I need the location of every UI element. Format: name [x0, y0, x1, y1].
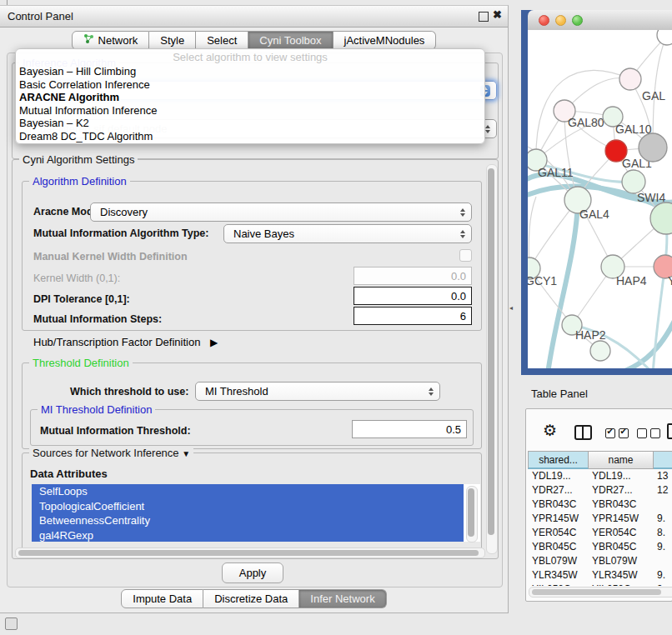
tab-style[interactable]: Style [149, 31, 196, 50]
popup-item[interactable]: Mutual Information Inference [16, 104, 484, 118]
column-header-name[interactable]: name [589, 451, 654, 469]
apply-button[interactable]: Apply [222, 562, 283, 583]
splitter-handle[interactable]: ◂ [509, 304, 513, 312]
settings-vertical-scrollbar[interactable] [486, 164, 498, 554]
float-window-icon[interactable] [479, 12, 489, 22]
gear-icon[interactable]: ⚙ [543, 421, 557, 440]
network-node-gal[interactable] [619, 68, 641, 90]
table-cell: YPR145W [588, 512, 653, 526]
settings-hscrollbar-thumb[interactable] [18, 550, 479, 556]
network-node[interactable] [590, 341, 610, 361]
table-hscrollbar-thumb[interactable] [532, 589, 661, 595]
table-mode-icon[interactable] [667, 423, 672, 439]
columns-icon[interactable] [574, 425, 592, 440]
popup-item[interactable]: ARACNE Algorithm [16, 91, 484, 104]
network-node-label: GAL10 [615, 122, 652, 136]
tab-network[interactable]: Network [72, 31, 150, 50]
data-attributes-list[interactable]: SelfLoopsTopologicalCoefficientBetweenne… [32, 484, 480, 542]
table-row[interactable]: YIL052CYIL052C9. [528, 582, 672, 586]
attribute-item[interactable]: SelfLoops [32, 484, 464, 499]
mi-type-value: Naive Bayes [224, 228, 294, 240]
settings-scrollbar-thumb[interactable] [488, 168, 494, 535]
mi-threshold-field[interactable] [352, 420, 467, 438]
kernel-width-field[interactable] [354, 267, 472, 285]
algorithm-definition-title: Algorithm Definition [29, 175, 130, 188]
minimized-panel-icon[interactable] [5, 618, 18, 630]
kernel-width-label: Kernel Width (0,1): [33, 272, 120, 284]
table-row[interactable]: YBR043CYBR043C [528, 498, 672, 512]
table-row[interactable]: YBR045CYBR045C9. [528, 540, 672, 554]
close-window-icon[interactable] [539, 15, 549, 26]
mi-threshold-group-title: MI Threshold Definition [38, 403, 155, 416]
tab-discretize-data[interactable]: Discretize Data [203, 589, 299, 608]
settings-horizontal-scrollbar[interactable] [15, 548, 485, 558]
table-cell: YDR27... [588, 483, 653, 498]
minimize-window-icon[interactable] [555, 15, 566, 26]
attribute-item[interactable]: BetweennessCentrality [32, 513, 464, 528]
network-canvas[interactable]: GALGAL80GAL10GAL1SWI4GAL11GAL4GCY1HAP4YH… [528, 30, 672, 368]
table-cell: YDL19... [528, 469, 588, 483]
network-node[interactable] [657, 30, 672, 45]
table-cell: YBR043C [528, 498, 588, 512]
tab-impute-data[interactable]: Impute Data [121, 589, 203, 608]
network-edge-thick[interactable] [618, 310, 672, 368]
control-panel-title: Control Panel [8, 10, 73, 22]
aracne-mode-combo[interactable]: Discovery [90, 202, 472, 222]
table-panel-window: ⚙ ✔✔ shared... name YDL19...YDL19...13YD… [525, 408, 672, 602]
attribute-item[interactable]: TopologicalCoefficient [32, 499, 464, 514]
popup-item[interactable]: Basic Correlation Inference [16, 78, 484, 92]
cyni-settings-title: Cyni Algorithm Settings [19, 153, 138, 166]
popup-item[interactable]: Dream8 DC_TDC Algorithm [16, 130, 484, 143]
popup-item[interactable]: Bayesian – K2 [16, 117, 484, 130]
table-cell: 9. [653, 540, 672, 554]
table-cell: YER054C [528, 526, 588, 540]
deselect-all-checkboxes-icon[interactable] [637, 427, 664, 442]
column-header-shared-name[interactable]: shared... [528, 451, 589, 469]
attr-list-scrollbar-thumb[interactable] [468, 488, 474, 537]
table-horizontal-scrollbar[interactable] [529, 587, 672, 598]
control-panel-titlebar[interactable]: Control Panel ✖ [0, 6, 508, 28]
sources-group-title[interactable]: Sources for Network Inference ▼ [29, 447, 193, 459]
tab-jactivemnodules[interactable]: jActiveMNodules [333, 31, 437, 50]
table-row[interactable]: YLR345WYLR345W9. [528, 568, 672, 582]
which-threshold-value: MI Threshold [196, 385, 268, 398]
close-icon[interactable]: ✖ [493, 8, 502, 21]
zoom-window-icon[interactable] [572, 15, 583, 26]
mi-steps-field[interactable] [354, 307, 472, 325]
table-row[interactable]: YPR145WYPR145W9. [528, 512, 672, 526]
which-threshold-combo[interactable]: MI Threshold [195, 382, 440, 401]
tab-infer-network[interactable]: Infer Network [299, 589, 386, 608]
table-row[interactable]: YER054CYER054C8. [528, 526, 672, 540]
expand-down-icon[interactable]: ▼ [182, 449, 190, 458]
dpi-tolerance-field[interactable] [354, 287, 472, 305]
which-threshold-label: Which threshold to use: [70, 386, 188, 398]
table-cell: YDL19... [588, 469, 653, 483]
hub-definition-toggle[interactable]: Hub/Transcription Factor Definition ▶ [33, 336, 218, 348]
column-header-partial[interactable] [654, 451, 672, 469]
popup-item[interactable]: Bayesian – Hill Climbing [16, 65, 484, 78]
tab-select[interactable]: Select [196, 31, 248, 50]
algorithm-dropdown-popup: Select algorithm to view settings Bayesi… [15, 48, 485, 144]
table-row[interactable]: YDR27...YDR27...12 [528, 483, 672, 498]
manual-kernel-checkbox[interactable] [459, 249, 472, 262]
attribute-item[interactable]: gal4RGexp [32, 528, 464, 542]
select-all-checkboxes-icon[interactable]: ✔✔ [605, 427, 632, 442]
table-cell: 8. [653, 526, 672, 540]
network-graph[interactable]: GALGAL80GAL10GAL1SWI4GAL11GAL4GCY1HAP4YH… [528, 30, 672, 368]
table-cell: 9. [653, 512, 672, 526]
table-row[interactable]: YDL19...YDL19...13 [528, 469, 672, 483]
network-node[interactable] [639, 133, 667, 162]
control-panel-tabbar: NetworkStyleSelectCyni ToolboxjActiveMNo… [0, 31, 508, 50]
table-row[interactable]: YBL079WYBL079W [528, 554, 672, 568]
tab-cyni-toolbox[interactable]: Cyni Toolbox [248, 31, 333, 50]
table-cell: YIL052C [588, 582, 653, 586]
mi-type-combo[interactable]: Naive Bayes [223, 224, 472, 243]
cyni-bottom-tabbar: Impute DataDiscretize DataInfer Network [0, 589, 508, 608]
network-node-swi4[interactable] [622, 170, 645, 193]
attr-list-scrollbar[interactable] [466, 486, 478, 542]
table-body[interactable]: YDL19...YDL19...13YDR27...YDR27...12YBR0… [528, 469, 672, 586]
expand-right-icon[interactable]: ▶ [210, 337, 218, 348]
network-window-titlebar[interactable] [528, 10, 672, 31]
network-node-label: GAL4 [579, 208, 609, 221]
table-cell: 12 [653, 483, 672, 498]
